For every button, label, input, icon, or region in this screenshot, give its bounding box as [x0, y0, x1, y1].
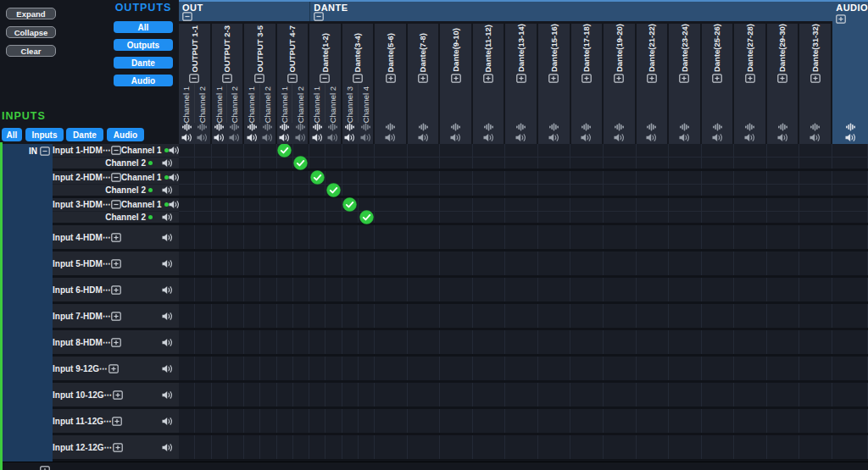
speaker-icon[interactable]	[162, 417, 173, 426]
matrix-cell[interactable]	[326, 185, 342, 196]
matrix-cell[interactable]	[604, 158, 637, 169]
plus-toggle[interactable]	[777, 74, 787, 83]
matrix-cell[interactable]	[375, 225, 408, 249]
speaker-icon[interactable]	[162, 233, 173, 242]
matrix-cell[interactable]	[342, 278, 359, 301]
matrix-cell[interactable]	[375, 383, 408, 406]
matrix-cell[interactable]	[799, 330, 832, 354]
matrix-cell[interactable]	[260, 171, 276, 184]
speaker-icon[interactable]	[162, 443, 173, 452]
matrix-cell[interactable]	[326, 252, 342, 275]
matrix-cell[interactable]	[734, 158, 767, 169]
speaker-icon[interactable]	[162, 390, 173, 400]
matrix-cell[interactable]	[309, 435, 326, 459]
matrix-cell[interactable]	[244, 383, 260, 406]
matrix-cell[interactable]	[604, 330, 637, 354]
matrix-cell[interactable]	[832, 278, 868, 301]
minus-toggle[interactable]	[320, 74, 330, 83]
matrix-cell[interactable]	[408, 330, 441, 354]
matrix-cell[interactable]	[293, 435, 309, 459]
matrix-cell[interactable]	[570, 212, 604, 223]
matrix-cell[interactable]	[293, 304, 309, 328]
matrix-cell[interactable]	[570, 330, 604, 354]
matrix-cell[interactable]	[375, 212, 408, 223]
matrix-cell[interactable]	[293, 225, 309, 249]
matrix-cell[interactable]	[538, 330, 571, 354]
matrix-cell[interactable]	[408, 212, 441, 223]
matrix-cell[interactable]	[342, 330, 359, 354]
matrix-cell[interactable]	[538, 409, 571, 433]
matrix-cell[interactable]	[767, 212, 800, 223]
matrix-cell[interactable]	[702, 357, 735, 380]
route-check-icon[interactable]	[342, 198, 358, 211]
matrix-cell[interactable]	[767, 330, 800, 354]
inputs-filter-dante[interactable]: Dante	[66, 128, 103, 141]
matrix-cell[interactable]	[277, 435, 293, 459]
matrix-cell[interactable]	[832, 383, 868, 406]
matrix-cell[interactable]	[473, 252, 506, 275]
matrix-cell[interactable]	[734, 212, 767, 223]
matrix-cell[interactable]	[228, 252, 244, 275]
matrix-cell[interactable]	[799, 304, 832, 328]
matrix-cell[interactable]	[408, 158, 441, 169]
matrix-cell[interactable]	[734, 171, 767, 184]
matrix-cell[interactable]	[179, 144, 195, 157]
matrix-cell[interactable]	[538, 171, 571, 184]
matrix-cell[interactable]	[195, 185, 211, 196]
minus-toggle[interactable]	[111, 173, 121, 182]
matrix-cell[interactable]	[212, 212, 228, 223]
matrix-cell[interactable]	[570, 171, 604, 184]
matrix-cell[interactable]	[359, 225, 375, 249]
speaker-icon[interactable]	[169, 200, 180, 209]
plus-toggle[interactable]	[111, 233, 122, 242]
matrix-cell[interactable]	[538, 304, 571, 328]
plus-toggle[interactable]	[111, 312, 122, 321]
matrix-cell[interactable]	[260, 435, 276, 459]
speaker-icon[interactable]	[162, 285, 173, 295]
matrix-cell[interactable]	[326, 435, 342, 459]
plus-toggle[interactable]	[516, 74, 526, 83]
matrix-cell[interactable]	[293, 158, 309, 169]
plus-toggle[interactable]	[111, 338, 122, 347]
matrix-cell[interactable]	[473, 212, 506, 223]
matrix-cell[interactable]	[604, 225, 637, 249]
collapse-button[interactable]: Collapse	[6, 26, 56, 38]
matrix-cell[interactable]	[375, 158, 408, 169]
matrix-cell[interactable]	[408, 252, 441, 275]
matrix-cell[interactable]	[179, 171, 195, 184]
matrix-cell[interactable]	[408, 144, 441, 157]
matrix-cell[interactable]	[408, 185, 441, 196]
matrix-cell[interactable]	[734, 225, 767, 249]
matrix-cell[interactable]	[293, 409, 309, 433]
matrix-cell[interactable]	[326, 158, 342, 169]
matrix-cell[interactable]	[767, 409, 800, 433]
matrix-cell[interactable]	[832, 144, 868, 157]
plus-toggle[interactable]	[108, 364, 120, 373]
speaker-icon[interactable]	[162, 213, 173, 222]
matrix-cell[interactable]	[277, 304, 293, 328]
matrix-cell[interactable]	[702, 435, 735, 459]
matrix-cell[interactable]	[179, 212, 195, 223]
plus-toggle[interactable]	[712, 74, 722, 83]
matrix-cell[interactable]	[277, 252, 293, 275]
matrix-cell[interactable]	[309, 252, 326, 275]
speaker-icon[interactable]	[450, 133, 461, 142]
inputs-filter-inputs[interactable]: Inputs	[25, 128, 64, 141]
matrix-cell[interactable]	[277, 185, 293, 196]
matrix-cell[interactable]	[637, 278, 670, 301]
matrix-cell[interactable]	[637, 158, 670, 169]
matrix-cell[interactable]	[669, 435, 702, 459]
matrix-cell[interactable]	[195, 435, 211, 459]
matrix-cell[interactable]	[702, 171, 735, 184]
matrix-cell[interactable]	[179, 330, 195, 354]
matrix-cell[interactable]	[277, 144, 293, 157]
matrix-cell[interactable]	[179, 383, 195, 406]
matrix-cell[interactable]	[767, 278, 800, 301]
matrix-cell[interactable]	[228, 212, 244, 223]
matrix-cell[interactable]	[440, 252, 473, 275]
expand-button[interactable]: Expand	[6, 8, 56, 19]
matrix-cell[interactable]	[505, 278, 538, 301]
matrix-cell[interactable]	[195, 158, 211, 169]
matrix-cell[interactable]	[212, 435, 228, 459]
matrix-cell[interactable]	[505, 212, 538, 223]
